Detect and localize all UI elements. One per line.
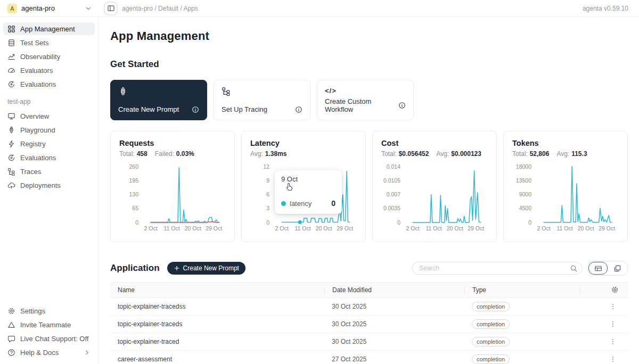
svg-text:260: 260 [129, 163, 138, 170]
sidebar-item-deployments[interactable]: Deployments [3, 179, 95, 192]
search-box [412, 262, 583, 275]
svg-text:0: 0 [135, 219, 138, 226]
view-toggle [587, 261, 628, 276]
table-row[interactable]: career-assessment 27 Oct 2025 completion [110, 351, 628, 364]
svg-text:12: 12 [263, 163, 269, 170]
sidebar-item-observability[interactable]: Observability [3, 50, 95, 63]
gear-icon[interactable] [611, 286, 619, 294]
table-row[interactable]: topic-explainer-traceds 30 Oct 2025 comp… [110, 316, 628, 333]
sidebar-item-label: Playground [20, 126, 55, 134]
svg-text:0.0035: 0.0035 [383, 205, 400, 211]
svg-text:2 Oct: 2 Oct [406, 225, 419, 231]
sidebar-item-settings[interactable]: Settings [3, 304, 95, 317]
app-date: 30 Oct 2025 [324, 320, 464, 328]
sidebar-item-live-chat[interactable]: Live Chat Support: Off [3, 332, 95, 345]
set-up-tracing-card[interactable]: Set Up Tracing [214, 80, 310, 120]
svg-text:2 Oct: 2 Oct [537, 225, 550, 231]
svg-text:20 Oct: 20 Oct [316, 225, 332, 231]
type-badge: completion [472, 354, 510, 364]
triangle-icon [7, 321, 15, 329]
apps-table: Name Date Modified Type topic-explainer-… [110, 282, 628, 364]
card-label: Create New Prompt [118, 105, 179, 113]
table-row[interactable]: topic-explainer-tracedss 30 Oct 2025 com… [110, 298, 628, 316]
svg-text:3: 3 [266, 205, 269, 211]
chart-title: Requests [119, 139, 226, 147]
rocket-icon [7, 126, 15, 134]
svg-text:13500: 13500 [516, 177, 531, 184]
metric-cards: Requests Total:458 Failed:0.03% 06513019… [110, 131, 628, 242]
sidebar: App Management Test Sets Observability E… [0, 17, 99, 364]
sidebar-footer: Settings Invite Teammate Live Chat Suppo… [3, 304, 95, 360]
sidebar-item-label: Live Chat Support: Off [20, 335, 88, 343]
svg-text:195: 195 [129, 177, 138, 184]
line-chart-icon [7, 53, 15, 61]
sidebar-item-evaluations[interactable]: Evaluations [3, 78, 95, 90]
chart-stats: Total:52,806 Avg:115.3 [512, 150, 619, 158]
requests-chart[interactable]: 0651301952602 Oct11 Oct20 Oct29 Oct [119, 161, 227, 235]
sidebar-item-registry[interactable]: Registry [3, 137, 95, 150]
create-new-prompt-button[interactable]: Create New Prompt [167, 262, 245, 275]
sidebar-item-test-sets[interactable]: Test Sets [3, 36, 95, 49]
cost-chart[interactable]: 00.00350.0070.01050.0142 Oct11 Oct20 Oct… [381, 161, 489, 235]
table-header: Name Date Modified Type [110, 283, 628, 298]
sidebar-item-app-management[interactable]: App Management [3, 22, 95, 35]
svg-text:20 Oct: 20 Oct [578, 225, 594, 231]
rocket-icon [118, 87, 128, 96]
plus-icon [174, 265, 180, 271]
table-view-button[interactable] [588, 262, 608, 275]
chart-stats: Total:$0.056452 Avg:$0.000123 [381, 150, 488, 158]
create-custom-workflow-card[interactable]: </> Create Custom Workflow [317, 80, 414, 120]
application-heading: Application [110, 263, 160, 274]
sidebar-item-label: Deployments [20, 181, 61, 189]
sidebar-item-evaluations-app[interactable]: Evaluations [3, 151, 95, 164]
tokens-chart[interactable]: 04500900013500180002 Oct11 Oct20 Oct29 O… [512, 161, 620, 235]
column-header-name: Name [110, 286, 324, 294]
row-menu-button[interactable] [580, 355, 628, 363]
create-new-prompt-card[interactable]: Create New Prompt [110, 80, 207, 120]
info-icon[interactable] [192, 106, 199, 113]
type-badge: completion [472, 337, 510, 346]
chart-tooltip: 9 Oct latency 0 [275, 170, 342, 214]
row-menu-button[interactable] [580, 303, 628, 310]
sidebar-item-invite-teammate[interactable]: Invite Teammate [3, 318, 95, 331]
sidebar-item-label: App Management [20, 25, 75, 33]
chart-stats: Avg:1.38ms [250, 150, 357, 158]
app-date: 27 Oct 2025 [324, 355, 464, 363]
svg-text:2 Oct: 2 Oct [275, 225, 288, 231]
card-label: Set Up Tracing [222, 105, 267, 113]
workspace-name: agenta-pro [21, 4, 55, 12]
dots-vertical-icon [609, 303, 617, 310]
sidebar-item-overview[interactable]: Overview [3, 110, 95, 122]
column-header-actions [580, 286, 628, 294]
search-icon[interactable] [570, 264, 578, 272]
sidebar-toggle-button[interactable] [104, 2, 118, 15]
grid-icon [7, 25, 15, 33]
app-name: topic-explainer-tracedss [110, 303, 324, 310]
card-view-button[interactable] [608, 262, 627, 275]
sidebar-item-playground[interactable]: Playground [3, 123, 95, 136]
sidebar-item-label: Registry [20, 140, 46, 148]
search-input[interactable] [419, 264, 570, 272]
chat-icon [7, 335, 15, 343]
svg-text:20 Oct: 20 Oct [447, 225, 463, 231]
svg-text:0.007: 0.007 [387, 191, 400, 197]
sidebar-item-help-docs[interactable]: Help & Docs [3, 346, 95, 359]
row-menu-button[interactable] [580, 338, 628, 345]
info-icon[interactable] [295, 106, 302, 113]
svg-text:2 Oct: 2 Oct [144, 225, 157, 231]
workspace-selector[interactable]: A agenta-pro [0, 4, 99, 13]
sidebar-item-evaluators[interactable]: Evaluators [3, 64, 95, 77]
gauge-icon [7, 67, 15, 75]
info-icon[interactable] [398, 102, 406, 109]
svg-text:11 Oct: 11 Oct [163, 225, 179, 231]
svg-text:9000: 9000 [519, 191, 532, 197]
chevron-right-icon [84, 349, 91, 356]
table-row[interactable]: topic-explainer-traced 30 Oct 2025 compl… [110, 333, 628, 351]
sidebar-item-traces[interactable]: Traces [3, 165, 95, 178]
dots-vertical-icon [609, 355, 617, 363]
row-menu-button[interactable] [580, 320, 628, 328]
sidebar-item-label: Traces [20, 168, 41, 176]
get-started-heading: Get Started [110, 59, 639, 70]
breadcrumb[interactable]: agenta-pro / Default / Apps [122, 5, 198, 12]
cloud-icon [7, 181, 15, 189]
